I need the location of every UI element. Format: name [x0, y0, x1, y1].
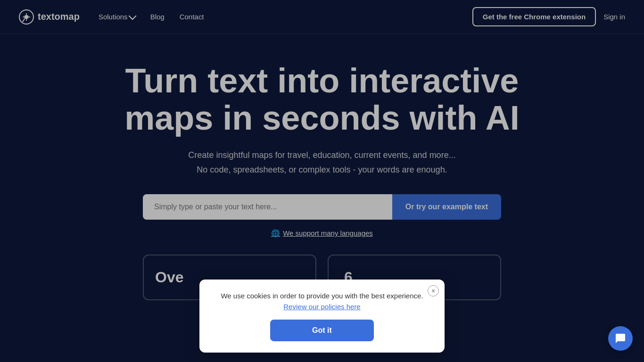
chat-button[interactable] [608, 326, 633, 351]
cookie-banner: × We use cookies in order to provide you… [199, 280, 445, 353]
chat-icon [615, 333, 626, 344]
cookie-close-button[interactable]: × [428, 285, 439, 296]
got-it-button[interactable]: Got it [270, 320, 374, 341]
cookie-text: We use cookies in order to provide you w… [215, 291, 429, 312]
cookie-policy-link[interactable]: Review our policies here [283, 303, 360, 311]
